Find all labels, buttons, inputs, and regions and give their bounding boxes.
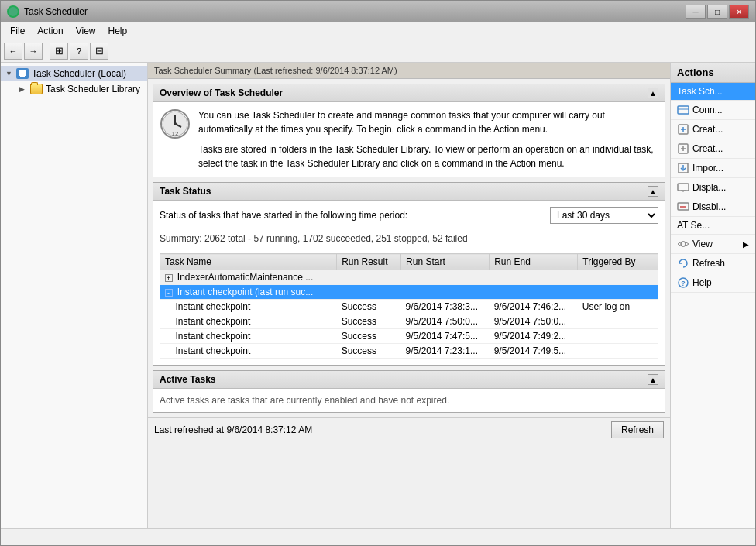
status-bar (1, 528, 755, 545)
period-select[interactable]: Last 30 days Last 7 days Last 24 hours L… (550, 207, 658, 224)
title-bar: Task Scheduler ─ □ ✕ (1, 1, 755, 22)
action-item-create1[interactable]: Creat... (671, 120, 755, 139)
cell-result: Success (337, 300, 401, 314)
sidebar-item-library[interactable]: ▶ Task Scheduler Library (1, 81, 147, 97)
cell-start: 9/5/2014 7:47:5... (401, 329, 490, 344)
col-run-start: Run Start (401, 254, 490, 270)
menu-bar: File Action View Help (1, 22, 755, 39)
overview-text2: Tasks are stored in folders in the Task … (198, 143, 658, 170)
task-status-title: Task Status (160, 186, 211, 197)
action-label-display: Displa... (692, 182, 726, 193)
expand-btn-selected[interactable]: - (165, 289, 173, 297)
table-row[interactable]: Instant checkpoint Success 9/5/2014 7:50… (160, 314, 658, 329)
task-status-section: Task Status ▲ Status of tasks that have … (153, 182, 665, 366)
action-item-conn[interactable]: Conn... (671, 101, 755, 120)
main-window: Task Scheduler ─ □ ✕ File Action View He… (0, 0, 756, 546)
last-refreshed: Last refreshed at 9/6/2014 8:37:12 AM (154, 424, 312, 435)
toolbar-forward[interactable]: → (24, 43, 43, 60)
toolbar-properties[interactable]: ⊟ (90, 43, 108, 60)
window-icon (7, 5, 19, 18)
action-label-atse: AT Se... (677, 220, 710, 231)
cell-triggered (578, 314, 658, 329)
expand-btn[interactable]: + (165, 274, 173, 282)
content-header: Task Scheduler Summary (Last refreshed: … (148, 63, 670, 79)
svg-point-23 (681, 242, 686, 246)
action-label-view: View (692, 239, 713, 249)
help-icon: ? (677, 276, 689, 289)
col-triggered: Triggered By (578, 254, 658, 270)
content-scroll[interactable]: Overview of Task Scheduler ▲ 12 (148, 79, 670, 528)
action-item-atse[interactable]: AT Se... (671, 217, 755, 235)
display-icon (677, 181, 689, 194)
table-row[interactable]: Instant checkpoint Success 9/6/2014 7:38… (160, 300, 658, 314)
create-icon (677, 123, 689, 136)
overview-title: Overview of Task Scheduler (160, 88, 283, 98)
cell-triggered: User log on (578, 300, 658, 314)
action-item-help[interactable]: ? Help (671, 273, 755, 293)
title-buttons: ─ □ ✕ (686, 5, 749, 19)
action-label-disable: Disabl... (692, 201, 726, 212)
minimize-button[interactable]: ─ (686, 5, 706, 19)
action-item-disable[interactable]: Disabl... (671, 197, 755, 217)
action-label-create2: Creat... (692, 143, 723, 154)
cell-result: Success (337, 314, 401, 329)
action-item-view[interactable]: View ▶ (671, 235, 755, 254)
table-header-row: Task Name Run Result Run Start Run End T… (160, 254, 658, 270)
action-label-refresh: Refresh (692, 258, 725, 269)
action-item-tasksch[interactable]: Task Sch... (671, 83, 755, 101)
menu-help[interactable]: Help (102, 24, 134, 38)
cell-name: Instant checkpoint (160, 344, 337, 359)
expand-icon-library: ▶ (19, 85, 27, 93)
menu-file[interactable]: File (4, 24, 31, 38)
action-item-refresh[interactable]: Refresh (671, 254, 755, 273)
action-label-help: Help (692, 277, 712, 288)
cell-end: 9/5/2014 7:49:5... (490, 344, 578, 359)
cell-result: Success (337, 344, 401, 359)
cell-start: 9/5/2014 7:23:1... (401, 344, 490, 359)
table-row[interactable]: + IndexerAutomaticMaintenance ... (160, 270, 658, 285)
cell-start: 9/6/2014 7:38:3... (401, 300, 490, 314)
sidebar: ▼ Task Scheduler (Local) ▶ Task Schedule… (1, 63, 148, 528)
task-status-collapse[interactable]: ▲ (648, 186, 658, 197)
sidebar-item-local[interactable]: ▼ Task Scheduler (Local) (1, 66, 147, 81)
table-row[interactable]: - Instant checkpoint (last run suc... (160, 285, 658, 300)
menu-view[interactable]: View (70, 24, 102, 38)
active-tasks-section: Active Tasks ▲ Active tasks are tasks th… (153, 370, 665, 413)
title-bar-left: Task Scheduler (7, 5, 88, 18)
folder-icon (30, 84, 43, 94)
action-label-create1: Creat... (692, 124, 723, 135)
sidebar-label-library: Task Scheduler Library (46, 84, 140, 94)
status-label: Status of tasks that have started in the… (160, 210, 407, 221)
table-row[interactable]: Instant checkpoint Success 9/5/2014 7:47… (160, 329, 658, 344)
cell-end: 9/5/2014 7:50:0... (490, 314, 578, 329)
disable-icon (677, 201, 689, 213)
table-body: + IndexerAutomaticMaintenance ... - Inst… (160, 270, 658, 359)
overview-section: Overview of Task Scheduler ▲ 12 (153, 84, 665, 177)
overview-collapse[interactable]: ▲ (648, 88, 658, 98)
actions-header: Actions (671, 63, 755, 83)
overview-header: Overview of Task Scheduler ▲ (153, 84, 665, 102)
close-button[interactable]: ✕ (729, 5, 749, 19)
refresh-button[interactable]: Refresh (611, 421, 664, 438)
active-tasks-collapse[interactable]: ▲ (648, 374, 658, 385)
svg-text:12: 12 (172, 130, 179, 137)
action-item-import[interactable]: Impor... (671, 159, 755, 178)
menu-action[interactable]: Action (31, 24, 69, 38)
toolbar-separator (46, 43, 46, 59)
cell-name-selected: - Instant checkpoint (last run suc... (160, 285, 658, 300)
maximize-button[interactable]: □ (707, 5, 727, 19)
action-label-conn: Conn... (692, 105, 723, 115)
action-item-create2[interactable]: Creat... (671, 139, 755, 159)
toolbar-back[interactable]: ← (4, 43, 22, 60)
table-row[interactable]: Instant checkpoint Success 9/5/2014 7:23… (160, 344, 658, 359)
cell-name: Instant checkpoint (160, 329, 337, 344)
sidebar-label-local: Task Scheduler (Local) (32, 68, 126, 79)
cell-end: 9/5/2014 7:49:2... (490, 329, 578, 344)
connect-icon (677, 104, 689, 116)
main-content: ▼ Task Scheduler (Local) ▶ Task Schedule… (1, 63, 755, 528)
toolbar-help[interactable]: ? (70, 43, 88, 60)
action-item-display[interactable]: Displa... (671, 178, 755, 197)
refresh-icon (677, 257, 689, 270)
active-tasks-body: Active tasks are tasks that are currentl… (153, 389, 665, 412)
toolbar-show-hide[interactable]: ⊞ (50, 43, 68, 60)
